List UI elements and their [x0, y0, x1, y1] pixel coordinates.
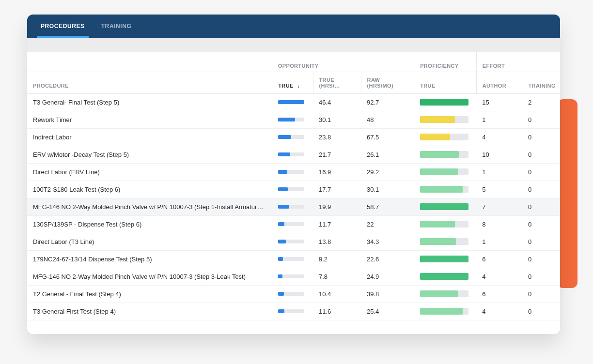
opportunity-bar-fill: [278, 187, 288, 191]
proficiency-bar-track: [420, 168, 468, 175]
cell-training: 0: [522, 250, 560, 268]
procedures-table: Opportunity Proficiency Effort Procedure…: [27, 52, 560, 320]
col-procedure[interactable]: Procedure: [27, 72, 272, 93]
opportunity-bar-fill: [278, 152, 290, 156]
cell-raw-hrs: 30.1: [361, 181, 414, 198]
opportunity-bar-fill: [278, 170, 288, 174]
opportunity-bar-fill: [278, 240, 286, 243]
opportunity-bar-track: [278, 257, 304, 261]
cell-true-hrs: 10.4: [313, 285, 361, 303]
cell-raw-hrs: 58.7: [361, 198, 414, 215]
decorative-accent: [557, 99, 577, 288]
table-wrap: Opportunity Proficiency Effort Procedure…: [27, 52, 560, 320]
cell-proficiency: [414, 181, 477, 198]
proficiency-bar-track: [420, 238, 468, 245]
cell-author: 10: [476, 146, 522, 163]
table-row[interactable]: Indirect Labor23.867.540: [27, 128, 560, 146]
cell-proficiency: [414, 285, 477, 303]
cell-raw-hrs: 26.1: [361, 146, 414, 163]
table-row[interactable]: Rework Timer30.14810: [27, 111, 560, 128]
cell-training: 0: [522, 128, 560, 146]
table-row[interactable]: MFG-146 NO 2-Way Molded Pinch Valve w/ P…: [27, 198, 560, 215]
proficiency-bar-fill: [420, 238, 456, 245]
cell-procedure: Rework Timer: [27, 111, 272, 128]
opportunity-bar-fill: [278, 118, 295, 121]
opportunity-bar-track: [278, 205, 304, 209]
table-row[interactable]: T3 General- Final Test (Step 5)46.492.71…: [27, 93, 560, 111]
cell-training: 0: [522, 268, 560, 285]
cell-training: 0: [522, 303, 560, 320]
cell-author: 7: [476, 198, 522, 215]
opportunity-bar-fill: [278, 309, 285, 313]
cell-raw-hrs: 39.8: [361, 285, 414, 303]
proficiency-bar-fill: [420, 203, 468, 210]
cell-training: 0: [522, 146, 560, 163]
cell-author: 4: [476, 128, 522, 146]
cell-training: 0: [522, 198, 560, 215]
proficiency-bar-track: [420, 134, 468, 140]
tab-procedures[interactable]: Procedures: [37, 15, 89, 38]
tab-training[interactable]: Training: [97, 15, 136, 38]
opportunity-bar-fill: [278, 222, 285, 226]
col-training[interactable]: Training: [522, 72, 560, 93]
proficiency-bar-fill: [420, 151, 459, 158]
cell-opportunity-bar: [272, 215, 313, 233]
cell-opportunity-bar: [272, 233, 313, 250]
cell-opportunity-bar: [272, 285, 313, 303]
cell-training: 0: [522, 163, 560, 181]
col-prof-true[interactable]: True: [414, 72, 477, 93]
cell-raw-hrs: 25.4: [361, 303, 414, 320]
cell-opportunity-bar: [272, 268, 313, 285]
cell-training: 0: [522, 233, 560, 250]
cell-true-hrs: 30.1: [313, 111, 361, 128]
table-row[interactable]: T3 General First Test (Step 4)11.625.440: [27, 303, 560, 320]
cell-raw-hrs: 67.5: [361, 128, 414, 146]
cell-true-hrs: 16.9: [313, 163, 361, 181]
cell-opportunity-bar: [272, 181, 313, 198]
table-row[interactable]: MFG-146 NO 2-Way Molded Pinch Valve w/ P…: [27, 268, 560, 285]
cell-author: 6: [476, 250, 522, 268]
proficiency-bar-fill: [420, 256, 468, 262]
cell-true-hrs: 7.8: [313, 268, 361, 285]
cell-author: 1: [476, 233, 522, 250]
table-row[interactable]: 179NC24-67-13/14 Dispense Test (Step 5)9…: [27, 250, 560, 268]
proficiency-bar-track: [420, 273, 468, 280]
cell-raw-hrs: 34.3: [361, 233, 414, 250]
table-row[interactable]: 100T2-S180 Leak Test (Step 6)17.730.150: [27, 181, 560, 198]
col-raw-hrs[interactable]: Raw (hrs/mo): [361, 72, 414, 93]
table-row[interactable]: 130SP/139SP - Dispense Test (Step 6)11.7…: [27, 215, 560, 233]
table-row[interactable]: ERV w/Motor -Decay Test (Step 5)21.726.1…: [27, 146, 560, 163]
cell-procedure: Direct Labor (ERV Line): [27, 163, 272, 181]
cell-proficiency: [414, 233, 477, 250]
proficiency-bar-fill: [420, 186, 463, 193]
cell-proficiency: [414, 146, 477, 163]
cell-training: 2: [522, 93, 560, 111]
proficiency-bar-track: [420, 151, 468, 158]
arrow-down-icon: ↓: [297, 83, 300, 89]
table-row[interactable]: Direct Labor (T3 Line)13.834.310: [27, 233, 560, 250]
col-true-sort[interactable]: True ↓: [272, 72, 313, 93]
opportunity-bar-track: [278, 152, 304, 156]
col-true-hrs[interactable]: True (hrs/…: [313, 72, 361, 93]
cell-procedure: 130SP/139SP - Dispense Test (Step 6): [27, 215, 272, 233]
cell-raw-hrs: 29.2: [361, 163, 414, 181]
cell-true-hrs: 13.8: [313, 233, 361, 250]
proficiency-bar-fill: [420, 168, 458, 175]
cell-raw-hrs: 48: [361, 111, 414, 128]
opportunity-bar-fill: [278, 292, 284, 296]
proficiency-bar-track: [420, 99, 468, 106]
table-row[interactable]: Direct Labor (ERV Line)16.929.210: [27, 163, 560, 181]
cell-opportunity-bar: [272, 250, 313, 268]
col-true-label: True: [278, 83, 294, 89]
col-author[interactable]: Author: [476, 72, 522, 93]
proficiency-bar-track: [420, 116, 468, 123]
opportunity-bar-fill: [278, 205, 289, 209]
cell-procedure: Indirect Labor: [27, 128, 272, 146]
table-row[interactable]: T2 General - Final Test (Step 4)10.439.8…: [27, 285, 560, 303]
cell-author: 1: [476, 163, 522, 181]
cell-procedure: 179NC24-67-13/14 Dispense Test (Step 5): [27, 250, 272, 268]
cell-opportunity-bar: [272, 198, 313, 215]
opportunity-bar-track: [278, 135, 304, 139]
opportunity-bar-track: [278, 187, 304, 191]
cell-procedure: MFG-146 NO 2-Way Molded Pinch Valve w/ P…: [27, 268, 272, 285]
